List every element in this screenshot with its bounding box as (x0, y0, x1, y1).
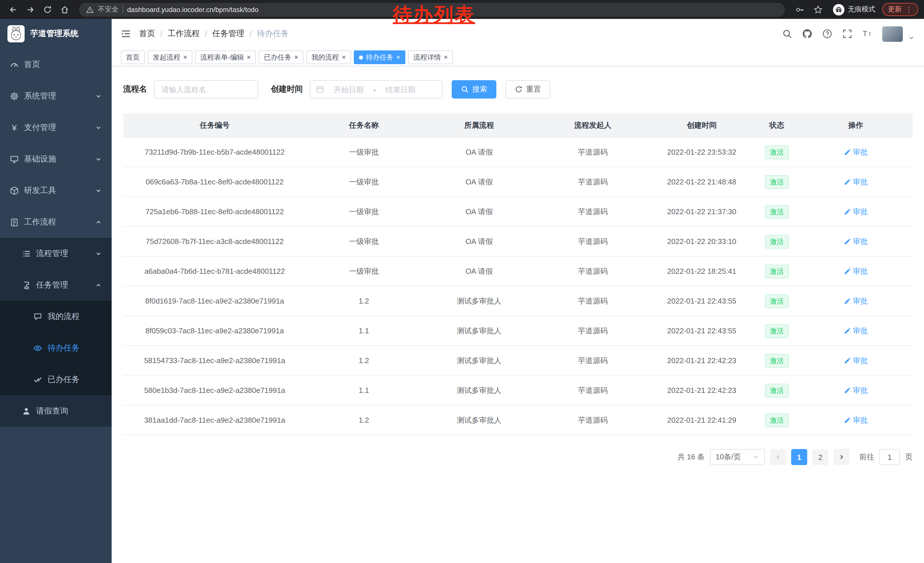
process-name-input[interactable] (154, 80, 258, 99)
help-icon[interactable] (822, 29, 832, 39)
next-page-button[interactable] (834, 449, 850, 465)
sidebar-item-process-management[interactable]: 流程管理 (0, 238, 112, 269)
sidebar-item-done-tasks[interactable]: 已办任务 (0, 364, 112, 395)
approve-button[interactable]: 审批 (844, 206, 868, 217)
approve-button[interactable]: 审批 (844, 326, 868, 336)
approve-button[interactable]: 审批 (844, 355, 868, 366)
address-divider (123, 6, 123, 14)
sidebar-item-my-process[interactable]: 我的流程 (0, 301, 112, 332)
cell-task-id: 73211d9d-7b9b-11ec-b5b7-acde48001122 (123, 137, 306, 167)
end-date-input[interactable] (379, 84, 422, 94)
sidebar-item-todo-tasks[interactable]: 待办任务 (0, 332, 112, 364)
approve-button[interactable]: 审批 (844, 385, 868, 395)
browser-menu-icon[interactable]: ⋮ (905, 6, 912, 13)
approve-button[interactable]: 审批 (844, 177, 868, 187)
table-row: 381aa1dd-7ac8-11ec-a9e2-a2380e71991a 1.2… (123, 405, 912, 435)
sidebar-item-system[interactable]: 系统管理 (0, 80, 112, 112)
sidebar-item-payment[interactable]: ¥ 支付管理 (0, 112, 112, 143)
svg-text:T: T (868, 32, 872, 37)
update-button[interactable]: 更新 ⋮ (882, 3, 918, 16)
sidebar-item-home[interactable]: 首页 (0, 49, 112, 80)
cell-task-id: 8f0d1619-7ac8-11ec-a9e2-a2380e71991a (123, 286, 306, 316)
chevron-down-icon (752, 453, 759, 461)
app-logo-row[interactable]: 芋道管理系统 (0, 19, 112, 49)
col-process: 所属流程 (422, 113, 537, 137)
cell-task-name: 1.2 (306, 405, 422, 435)
breadcrumb-task-management[interactable]: 任务管理 (212, 29, 244, 39)
cell-status: 激活 (754, 316, 799, 346)
sidebar-item-workflow[interactable]: 工作流程 (0, 206, 112, 238)
tab-my-process[interactable]: 我的流程 × (306, 50, 351, 64)
sidebar-item-leave-query[interactable]: 请假查询 (0, 395, 112, 427)
avatar[interactable] (882, 26, 903, 42)
page-button-1[interactable]: 1 (791, 449, 807, 465)
fullscreen-icon[interactable] (842, 29, 852, 39)
tab-home[interactable]: 首页 (121, 50, 145, 64)
close-icon[interactable]: × (342, 54, 346, 61)
tab-done-tasks[interactable]: 已办任务 × (259, 50, 303, 64)
breadcrumb-home[interactable]: 首页 (139, 29, 155, 39)
edit-icon (844, 208, 850, 215)
close-icon[interactable]: × (444, 54, 448, 61)
tab-start-process[interactable]: 发起流程 × (148, 50, 192, 64)
bookmark-star-icon[interactable] (813, 5, 823, 14)
dashboard-icon (10, 60, 19, 69)
date-range-picker[interactable]: - (310, 80, 442, 99)
tab-label: 发起流程 (153, 53, 180, 62)
page-size-select[interactable]: 10条/页 (710, 449, 765, 465)
breadcrumb-separator: / (250, 29, 252, 38)
back-icon[interactable] (6, 2, 21, 17)
approve-button[interactable]: 审批 (844, 415, 868, 425)
incognito-badge: 无痕模式 (833, 4, 875, 15)
chevron-down-icon (95, 187, 102, 194)
close-icon[interactable]: × (396, 54, 400, 61)
sidebar-collapse-icon[interactable] (121, 29, 131, 39)
list-icon (22, 249, 31, 258)
breadcrumb-workflow[interactable]: 工作流程 (168, 29, 200, 39)
close-icon[interactable]: × (294, 54, 298, 61)
key-icon[interactable] (795, 5, 804, 14)
table-row: a6aba0a4-7b6d-11ec-b781-acde48001122 一级审… (123, 256, 912, 286)
cell-created: 2022-01-22 21:37:30 (649, 197, 755, 227)
sidebar-item-infrastructure[interactable]: 基础设施 (0, 143, 112, 175)
tab-todo-tasks[interactable]: 待办任务 × (354, 50, 405, 64)
cell-initiator: 芋道源码 (537, 197, 649, 227)
start-date-input[interactable] (327, 84, 370, 94)
home-icon[interactable] (57, 2, 72, 17)
close-icon[interactable]: × (247, 54, 251, 61)
cell-actions: 审批 (799, 286, 912, 316)
forward-icon[interactable] (23, 2, 38, 17)
chevron-down-icon[interactable] (908, 35, 915, 41)
search-icon[interactable] (782, 29, 792, 39)
tab-process-detail[interactable]: 流程详情 × (408, 50, 453, 64)
create-time-label: 创建时间 (271, 84, 303, 95)
approve-label: 审批 (853, 147, 868, 157)
github-icon[interactable] (802, 29, 812, 39)
table-row: 580e1b3d-7ac8-11ec-a9e2-a2380e71991a 1.1… (123, 375, 912, 405)
cell-process: 测试多审批人 (422, 375, 537, 405)
approve-button[interactable]: 审批 (844, 147, 868, 157)
tab-process-form-edit[interactable]: 流程表单-编辑 × (195, 50, 256, 64)
screen: 不安全 dashboard.yudao.iocoder.cn/bpm/task/… (0, 0, 924, 563)
sidebar-item-task-management[interactable]: 任务管理 (0, 269, 112, 301)
cell-process: OA 请假 (422, 227, 537, 256)
page-button-2[interactable]: 2 (812, 449, 828, 465)
approve-button[interactable]: 审批 (844, 236, 868, 246)
cell-process: 测试多审批人 (422, 316, 537, 346)
search-button[interactable]: 搜索 (452, 80, 496, 99)
prev-page-button[interactable] (770, 449, 786, 465)
cell-created: 2022-01-22 23:53:32 (649, 137, 755, 167)
sidebar-item-label: 请假查询 (36, 406, 68, 416)
security-label[interactable]: 不安全 (98, 5, 118, 14)
close-icon[interactable]: × (183, 54, 187, 61)
approve-button[interactable]: 审批 (844, 296, 868, 306)
chevron-down-icon (95, 250, 102, 257)
font-size-icon[interactable]: TT (862, 29, 873, 39)
url-text[interactable]: dashboard.yudao.iocoder.cn/bpm/task/todo (127, 6, 258, 14)
cell-created: 2022-01-22 20:33:10 (649, 227, 755, 256)
reload-icon[interactable] (40, 2, 55, 17)
approve-button[interactable]: 审批 (844, 266, 868, 276)
sidebar-item-devtools[interactable]: 研发工具 (0, 175, 112, 206)
goto-page-input[interactable] (879, 449, 900, 465)
reset-button[interactable]: 重置 (506, 80, 550, 99)
